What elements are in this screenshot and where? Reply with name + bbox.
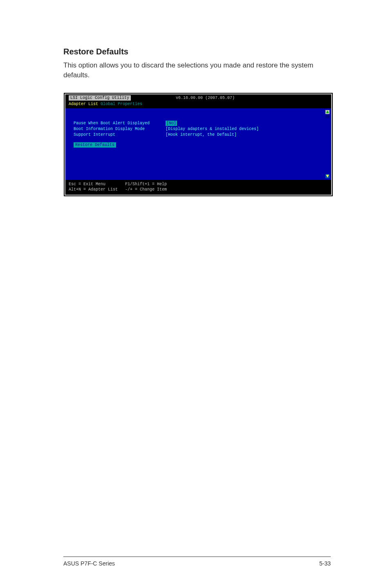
bios-main: ▲ Pause When Boot Alert Displayed [No] B… <box>65 108 331 180</box>
bios-setting-row: Support Interrupt [Hook interrupt, the D… <box>74 132 325 137</box>
footer-hint-line2: Alt+N = Adapter List -/+ = Change Item <box>69 187 167 192</box>
page-footer: ASUS P7F-C Series 5-33 <box>63 557 331 567</box>
restore-defaults-row: Restore Defaults <box>74 142 325 148</box>
menu-global-properties[interactable]: Global Properties <box>101 102 142 106</box>
footer-right: 5-33 <box>319 560 331 567</box>
setting-label: Pause When Boot Alert Displayed <box>74 121 166 126</box>
restore-defaults-button[interactable]: Restore Defaults <box>74 142 116 148</box>
setting-value-selected[interactable]: [No] <box>166 121 177 126</box>
setting-value[interactable]: [Display adapters & installed devices] <box>166 126 259 132</box>
menu-adapter-list[interactable]: Adapter List <box>69 102 98 106</box>
bios-subheader: Adapter List Global Properties <box>65 101 331 108</box>
bios-header: LSI Logic Config Utility v6.16.00.00 (20… <box>65 94 331 101</box>
footer-hint-line1: Esc = Exit Menu F1/Shift+1 = Help <box>69 182 167 186</box>
scroll-down-icon[interactable]: ▼ <box>325 174 329 178</box>
bios-footer: Esc = Exit Menu F1/Shift+1 = Help Alt+N … <box>65 180 331 195</box>
bios-setting-row: Pause When Boot Alert Displayed [No] <box>74 121 325 126</box>
footer-left: ASUS P7F-C Series <box>63 560 115 567</box>
setting-label: Support Interrupt <box>74 132 166 137</box>
scroll-track <box>325 115 329 118</box>
bios-setting-row: Boot Information Display Mode [Display a… <box>74 126 325 132</box>
bios-version: v6.16.00.00 (2007.05.07) <box>176 95 235 101</box>
bios-window: LSI Logic Config Utility v6.16.00.00 (20… <box>63 92 333 197</box>
bios-title: LSI Logic Config Utility <box>69 95 131 101</box>
scroll-up-icon[interactable]: ▲ <box>325 110 329 114</box>
setting-label: Boot Information Display Mode <box>74 126 166 132</box>
section-body: This option allows you to discard the se… <box>63 61 331 80</box>
section-title: Restore Defaults <box>63 47 331 56</box>
setting-value[interactable]: [Hook interrupt, the Default] <box>166 132 237 137</box>
